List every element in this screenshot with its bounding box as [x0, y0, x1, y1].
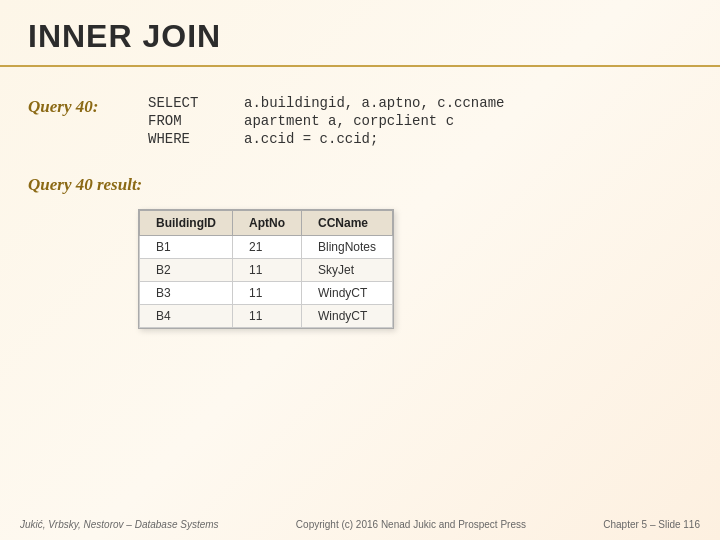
keywords-column: SELECT FROM WHERE — [148, 95, 208, 147]
result-table-wrapper: BuildingID AptNo CCName B121BlingNotesB2… — [138, 209, 394, 329]
keyword-select: SELECT — [148, 95, 208, 111]
values-column: a.buildingid, a.aptno, c.ccname apartmen… — [244, 95, 504, 147]
table-row: B411WindyCT — [140, 305, 393, 328]
query-code: SELECT FROM WHERE a.buildingid, a.aptno,… — [148, 95, 504, 147]
slide-footer: Jukić, Vrbsky, Nestorov – Database Syste… — [0, 519, 720, 530]
table-cell: 11 — [233, 259, 302, 282]
table-cell: B4 — [140, 305, 233, 328]
table-cell: WindyCT — [302, 305, 393, 328]
table-cell: SkyJet — [302, 259, 393, 282]
table-cell: 11 — [233, 305, 302, 328]
slide: INNER JOIN Query 40: SELECT FROM WHERE a… — [0, 0, 720, 540]
table-header-row: BuildingID AptNo CCName — [140, 211, 393, 236]
result-table: BuildingID AptNo CCName B121BlingNotesB2… — [139, 210, 393, 328]
table-row: B211SkyJet — [140, 259, 393, 282]
slide-title: INNER JOIN — [28, 18, 221, 54]
keyword-from: FROM — [148, 113, 208, 129]
col-ccname: CCName — [302, 211, 393, 236]
footer-left: Jukić, Vrbsky, Nestorov – Database Syste… — [20, 519, 219, 530]
table-row: B121BlingNotes — [140, 236, 393, 259]
table-cell: WindyCT — [302, 282, 393, 305]
result-label: Query 40 result: — [28, 175, 690, 195]
table-cell: B3 — [140, 282, 233, 305]
slide-content: Query 40: SELECT FROM WHERE a.buildingid… — [0, 67, 720, 343]
slide-header: INNER JOIN — [0, 0, 720, 67]
table-cell: 21 — [233, 236, 302, 259]
col-aptno: AptNo — [233, 211, 302, 236]
table-cell: B1 — [140, 236, 233, 259]
footer-right: Chapter 5 – Slide 116 — [603, 519, 700, 530]
query-value-from: apartment a, corpclient c — [244, 113, 504, 129]
footer-center: Copyright (c) 2016 Nenad Jukic and Prosp… — [296, 519, 526, 530]
query-block: Query 40: SELECT FROM WHERE a.buildingid… — [28, 95, 690, 147]
query-value-where: a.ccid = c.ccid; — [244, 131, 504, 147]
table-cell: BlingNotes — [302, 236, 393, 259]
query-value-select: a.buildingid, a.aptno, c.ccname — [244, 95, 504, 111]
table-cell: 11 — [233, 282, 302, 305]
result-section: Query 40 result: BuildingID AptNo CCName… — [28, 175, 690, 333]
col-buildingid: BuildingID — [140, 211, 233, 236]
table-cell: B2 — [140, 259, 233, 282]
table-row: B311WindyCT — [140, 282, 393, 305]
keyword-where: WHERE — [148, 131, 208, 147]
query-label: Query 40: — [28, 95, 148, 117]
